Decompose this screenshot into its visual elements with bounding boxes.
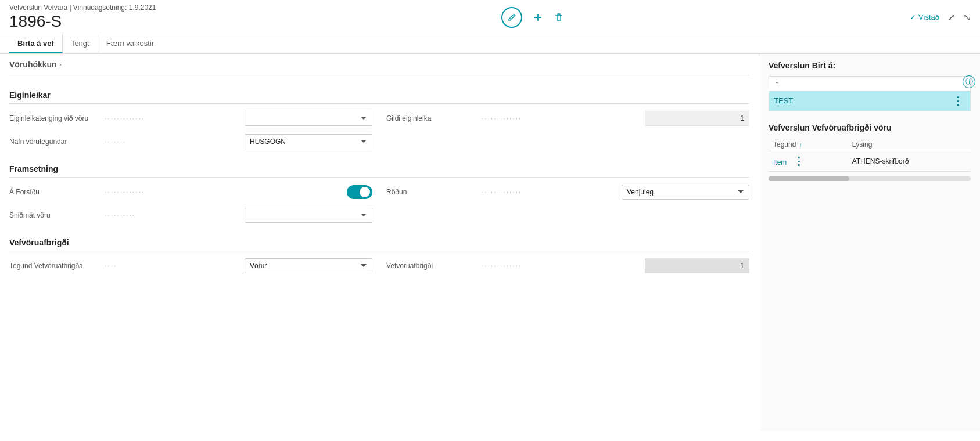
variant-table-header-row: Tegund ↑ Lýsing	[769, 138, 971, 151]
tab-bar: Birta á vef Tengt Færri valkostir	[0, 34, 980, 54]
vefvoruafbrigdi-value: 1	[645, 258, 749, 273]
variant-row-menu-button[interactable]: ⋮	[791, 155, 806, 168]
main-layout: Vöruhókkun › Eiginleikar Eiginleikatengi…	[0, 54, 980, 431]
field-snidmat-voru: Sniðmát vöru ··········	[9, 208, 372, 223]
rodun-select[interactable]: Venjuleg Sérstillt	[622, 185, 749, 200]
voruhokkun-label: Vöruhókkun	[9, 60, 57, 69]
tab-faerri-valkostir[interactable]: Færri valkostir	[98, 34, 162, 53]
nafn-vorutegundar-label: Nafn vörutegundar	[9, 138, 102, 146]
delete-button[interactable]	[554, 12, 564, 23]
variant-section-title: Vefverslun Vefvöruafbrigði vöru	[769, 123, 971, 132]
eiginleikatenging-label: Eiginleikatenging við vöru	[9, 114, 102, 122]
form-row-vefvoruafbrigdi: Tegund Vefvöruafbrigða ···· Vörur Þjónus…	[9, 258, 749, 273]
table-row: Item ⋮ ATHENS-skrifborð	[769, 151, 971, 171]
header-subtitle: Vefverslun Vefvara | Vinnudagsetning: 1.…	[9, 3, 156, 12]
header-right: ✓ Vistað ⤢ ⤡	[910, 12, 971, 23]
right-panel: Vefverslun Birt á: ↑ TEST ⋮ Vefverslun V…	[759, 54, 980, 431]
header-left: Vefverslun Vefvara | Vinnudagsetning: 1.…	[9, 3, 156, 31]
delete-icon	[554, 12, 564, 23]
webstore-test-menu-button[interactable]: ⋮	[950, 95, 965, 107]
eiginleikar-section-title: Eiginleikar	[9, 84, 749, 104]
field-gildi-eiginleika: Gildi eiginleika ············· 1	[386, 111, 749, 126]
tegund-vefvoruafbrigda-select[interactable]: Vörur Þjónusta	[245, 258, 372, 273]
field-nafn-vorutegundar: Nafn vörutegundar ······· HÚSGÖGN	[9, 134, 372, 149]
variant-lysing-cell: ATHENS-skrifborð	[848, 151, 971, 171]
snidmat-voru-label: Sniðmát vöru	[9, 211, 102, 219]
variant-table: Tegund ↑ Lýsing Item ⋮ ATHENS-skrifborð	[769, 138, 971, 172]
page-title: 1896-S	[9, 12, 156, 31]
tegund-vefvoruafbrigda-label: Tegund Vefvöruafbrigða	[9, 262, 102, 270]
field-eiginleikatenging: Eiginleikatenging við vöru ·············	[9, 111, 372, 126]
tab-tengt[interactable]: Tengt	[63, 34, 98, 53]
rodun-label: Röðun	[386, 188, 479, 196]
webstore-row-test: TEST ⋮	[769, 91, 970, 111]
field-rodun: Röðun ············· Venjuleg Sérstillt	[386, 185, 749, 200]
a-forsidu-toggle[interactable]	[347, 185, 372, 199]
save-label: Vistað	[918, 13, 939, 21]
edit-button[interactable]	[501, 7, 522, 28]
field-tegund-vefvoruafbrigda: Tegund Vefvöruafbrigða ···· Vörur Þjónus…	[9, 258, 372, 273]
col-tegund: Tegund ↑	[769, 138, 848, 151]
gildi-eiginleika-value: 1	[645, 111, 749, 126]
form-row-eiginleikar: Eiginleikatenging við vöru ·············…	[9, 111, 749, 126]
page-header: Vefverslun Vefvara | Vinnudagsetning: 1.…	[0, 0, 980, 34]
form-row-snidmat: Sniðmát vöru ··········	[9, 208, 749, 223]
webstore-birt-title: Vefverslun Birt á:	[769, 61, 971, 70]
left-panel: Vöruhókkun › Eiginleikar Eiginleikatengi…	[0, 54, 759, 431]
snidmat-voru-select[interactable]	[245, 208, 372, 223]
minimize-button[interactable]: ⤡	[963, 12, 971, 23]
up-arrow-icon[interactable]: ↑	[774, 78, 780, 89]
checkmark-icon: ✓	[910, 13, 916, 21]
a-forsidu-label: Á Forsíðu	[9, 188, 102, 196]
add-icon	[533, 12, 543, 23]
gildi-eiginleika-label: Gildi eiginleika	[386, 114, 479, 122]
webstore-test-link[interactable]: TEST	[774, 96, 793, 105]
save-button[interactable]: ✓ Vistað	[910, 13, 939, 21]
form-row-framsetning: Á Forsíðu ············· Röðun ··········…	[9, 185, 749, 200]
nafn-vorutegundar-select[interactable]: HÚSGÖGN	[245, 134, 372, 149]
webstore-list: ↑ TEST ⋮	[769, 76, 971, 111]
webstore-list-header: ↑	[769, 77, 970, 91]
field-a-forsidu: Á Forsíðu ·············	[9, 185, 372, 199]
bottom-scrollbar[interactable]	[769, 176, 971, 181]
expand-button[interactable]: ⤢	[947, 12, 955, 23]
tab-birta-a-vef[interactable]: Birta á vef	[9, 34, 63, 53]
scrollbar-thumb	[769, 176, 849, 181]
eiginleikatenging-select[interactable]	[245, 111, 372, 126]
sort-icon: ↑	[799, 142, 802, 148]
vefvoruafbrigdi-label: Vefvöruafbrigði	[386, 262, 479, 270]
variant-tegund-cell: Item ⋮	[769, 151, 848, 171]
edit-icon	[507, 13, 516, 22]
voruhokkun-section[interactable]: Vöruhókkun ›	[9, 54, 749, 73]
col-lysing: Lýsing	[848, 138, 971, 151]
field-vefvoruafbrigdi-count: Vefvöruafbrigði ············· 1	[386, 258, 749, 273]
info-icon[interactable]: ⓘ	[963, 75, 975, 88]
framsetning-section-title: Framsetning	[9, 157, 749, 178]
variant-section: Vefverslun Vefvöruafbrigði vöru Tegund ↑…	[769, 123, 971, 181]
voruhokkun-chevron-icon: ›	[59, 61, 62, 68]
vefvoruafbrigdi-section-title: Vefvöruafbrigði	[9, 231, 749, 251]
form-row-nafn-vorutegundar: Nafn vörutegundar ······· HÚSGÖGN	[9, 134, 749, 149]
add-button[interactable]	[533, 12, 543, 23]
webstore-birt-section: Vefverslun Birt á: ↑ TEST ⋮	[769, 61, 971, 111]
variant-item-link[interactable]: Item	[773, 158, 787, 167]
header-actions	[501, 7, 564, 28]
toggle-slider	[347, 185, 372, 199]
